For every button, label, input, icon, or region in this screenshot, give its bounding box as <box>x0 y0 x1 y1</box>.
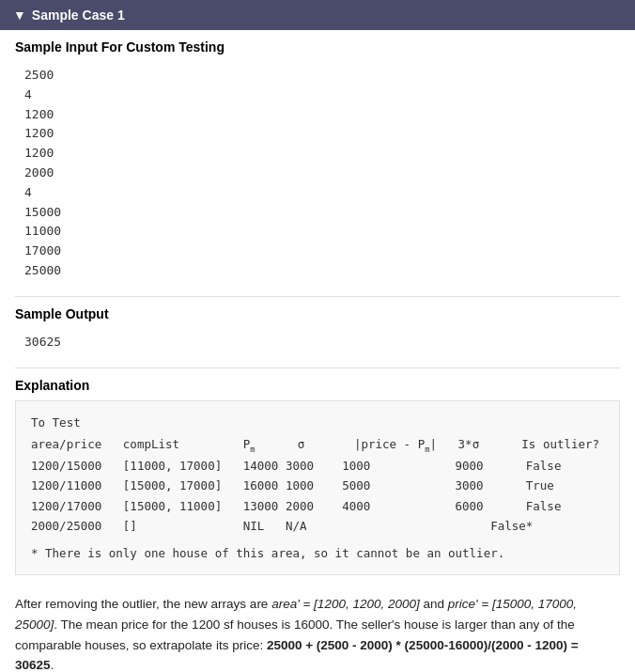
sample-output-label: Sample Output <box>15 306 620 321</box>
table-col-headers: area/price compList Pm σ |price - Pm| 3*… <box>31 434 604 456</box>
input-line: 1200 <box>24 105 611 125</box>
prose-period: . <box>51 658 54 672</box>
table-note: * There is only one house of this area, … <box>31 543 604 563</box>
toggle-icon[interactable]: ▼ <box>13 8 26 23</box>
table-header-row: To Test <box>31 413 604 432</box>
input-line: 25000 <box>24 261 611 281</box>
sample-output-value: 30625 <box>15 327 620 358</box>
input-line: 11000 <box>24 222 611 242</box>
prose-area-label: area' = [1200, 1200, 2000] <box>271 597 420 611</box>
input-line: 2000 <box>24 164 611 183</box>
page-container: ▼ Sample Case 1 Sample Input For Custom … <box>0 0 635 672</box>
sample-input-section: Sample Input For Custom Testing 2500 4 1… <box>0 30 635 296</box>
table-row-1: 1200/15000 [11000, 17000] 14000 3000 100… <box>31 456 604 476</box>
explanation-section: Explanation To Test area/price compList … <box>0 368 635 595</box>
input-line: 15000 <box>24 203 611 223</box>
prose-and: and <box>420 597 448 611</box>
table-row-2: 1200/11000 [15000, 17000] 16000 1000 500… <box>31 476 604 495</box>
table-row-4: 2000/25000 [] NIL N/A False* <box>31 516 604 536</box>
sample-case-header[interactable]: ▼ Sample Case 1 <box>0 0 635 30</box>
input-line: 2500 <box>24 66 611 86</box>
input-line: 17000 <box>24 242 611 261</box>
explanation-label: Explanation <box>15 378 620 393</box>
input-line: 4 <box>24 183 611 203</box>
input-line: 4 <box>24 86 611 105</box>
sample-input-code: 2500 4 1200 1200 1200 2000 4 15000 11000… <box>15 60 620 287</box>
prose-intro: After removing the outlier, the new arra… <box>15 597 271 611</box>
sample-output-section: Sample Output 30625 <box>0 297 635 367</box>
input-line: 1200 <box>24 144 611 164</box>
explanation-prose: After removing the outlier, the new arra… <box>0 594 635 672</box>
table-row-3: 1200/17000 [15000, 11000] 13000 2000 400… <box>31 496 604 516</box>
explanation-table: To Test area/price compList Pm σ |price … <box>15 400 620 576</box>
sample-input-label: Sample Input For Custom Testing <box>15 39 620 55</box>
input-line: 1200 <box>24 124 611 144</box>
header-title: Sample Case 1 <box>32 8 125 23</box>
